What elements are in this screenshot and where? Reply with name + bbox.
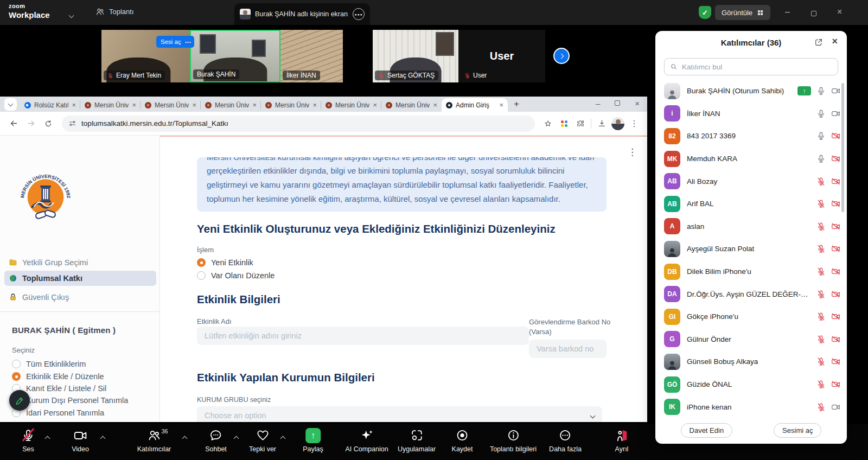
camera-off-icon[interactable]	[831, 357, 840, 366]
search-input[interactable]	[682, 63, 832, 71]
tab-close-icon[interactable]: ×	[132, 101, 136, 109]
unmute-button[interactable]: Sesi aç	[156, 36, 186, 48]
participant-row[interactable]: DB Dilek Bilim iPhone'u	[664, 260, 840, 283]
participant-row[interactable]: G Gülnur Önder	[664, 328, 840, 351]
view-button[interactable]: Görüntüle	[715, 5, 770, 20]
address-bar[interactable]: toplumsalkatki.mersin.edu.tr/Toplumsal_K…	[62, 116, 535, 132]
video-tile-ilker[interactable]: İlker İNAN	[280, 30, 343, 82]
mic-icon[interactable]	[816, 154, 826, 163]
camera-off-icon[interactable]	[831, 335, 840, 344]
video-tile-user[interactable]: User User	[458, 30, 545, 82]
browser-profile-avatar[interactable]	[610, 116, 626, 131]
tab-close-icon[interactable]: ×	[192, 101, 196, 109]
browser-restore-button[interactable]	[615, 98, 620, 108]
browser-tab[interactable]: Mersin Üniv×	[381, 98, 442, 112]
reactions-menu-chevron[interactable]	[281, 433, 285, 443]
window-minimize-button[interactable]: –	[785, 8, 790, 16]
radio-kanit-ekle[interactable]: Kanıt Ekle / Listele / Sil	[12, 384, 106, 393]
mic-muted-icon[interactable]	[816, 380, 826, 389]
next-page-button[interactable]	[553, 48, 570, 64]
participant-row[interactable]: DA Dr.Öğr.Üys. Ayşin GÜZEL DEĞER-MEÜ…	[664, 283, 840, 305]
participant-row[interactable]: AB Arif BAL	[664, 193, 840, 215]
site-info-icon[interactable]	[68, 119, 76, 127]
participant-row[interactable]: GI Gökçe iPhone'u	[664, 305, 840, 328]
toolbar-item-ai-companion[interactable]: AI Companion	[345, 428, 388, 453]
tab-search-button[interactable]	[4, 98, 17, 111]
toolbar-item-uygulamalar[interactable]: Uygulamalar	[398, 428, 436, 453]
browser-tab[interactable]: Mersin Üniv×	[201, 98, 261, 112]
camera-off-icon[interactable]	[831, 177, 840, 186]
video-tile-burak[interactable]: Burak ŞAHİN	[190, 30, 280, 82]
video-menu-chevron[interactable]	[101, 433, 105, 443]
participant-row[interactable]: Burak ŞAHİN (Oturum Sahibi) ↑	[664, 80, 840, 103]
etkinlik-adi-input[interactable]	[197, 327, 529, 345]
reload-button[interactable]	[40, 116, 56, 132]
tab-screen-share[interactable]: Burak ŞAHİN adlı kişinin ekranı ●●●	[234, 3, 370, 25]
forward-button[interactable]	[23, 116, 39, 132]
content-kebab-icon[interactable]: ⋮	[628, 146, 637, 158]
mic-muted-icon[interactable]	[816, 199, 826, 208]
camera-icon[interactable]	[831, 403, 840, 412]
tab-close-icon[interactable]: ×	[373, 101, 377, 109]
toolbar-item-tepki-ver[interactable]: Tepki ver	[249, 428, 276, 453]
camera-off-icon[interactable]	[831, 380, 840, 389]
radio-tum-etkinliklerim[interactable]: Tüm Etkinliklerim	[12, 360, 86, 368]
mic-muted-icon[interactable]	[816, 312, 826, 321]
participant-row[interactable]: A aslan	[664, 215, 840, 238]
camera-off-icon[interactable]	[831, 244, 840, 253]
popout-icon[interactable]	[814, 38, 823, 47]
extension-colored-icon[interactable]	[557, 116, 572, 131]
sidebar-item-guvenli-cikis[interactable]: Güvenli Çıkış	[4, 290, 156, 305]
participant-row[interactable]: GÖ Güzide ÖNAL	[664, 373, 840, 396]
browser-tab[interactable]: Mersin Üniv×	[141, 98, 201, 112]
kurum-grubu-select[interactable]: Choose an option	[197, 406, 602, 422]
mic-icon[interactable]	[816, 109, 826, 118]
participant-row[interactable]: Ayşegül Suzan Polat	[664, 238, 840, 260]
browser-minimize-button[interactable]: –	[596, 99, 600, 108]
window-restore-button[interactable]	[811, 9, 816, 18]
mic-muted-icon[interactable]	[816, 335, 826, 344]
camera-off-icon[interactable]	[831, 154, 840, 163]
participant-row[interactable]: MK Memduh KARA	[664, 148, 840, 170]
camera-off-icon[interactable]	[831, 199, 840, 208]
chat-menu-chevron[interactable]	[234, 433, 238, 443]
toolbar-item-kaydet[interactable]: Kaydet	[452, 428, 473, 453]
invite-button[interactable]: Davet Edin	[681, 423, 733, 438]
workspace-chevron-down-icon[interactable]	[69, 10, 73, 20]
participant-row[interactable]: Günseli Bobuş Alkaya	[664, 350, 840, 373]
toolbar-item-ayril[interactable]: Ayrıl	[615, 428, 629, 453]
toolbar-item-video[interactable]: Video	[72, 428, 89, 453]
participants-menu-chevron[interactable]	[183, 433, 187, 443]
radio-yeni-etkinlik[interactable]: Yeni Etkinlik	[197, 258, 253, 267]
security-shield-icon[interactable]: ✓	[699, 6, 711, 19]
browser-tab[interactable]: Mersin Üniv×	[261, 98, 321, 112]
camera-icon[interactable]	[831, 109, 840, 118]
tab-close-icon[interactable]: ×	[499, 101, 503, 109]
camera-off-icon[interactable]	[831, 222, 840, 231]
mic-muted-icon[interactable]	[816, 357, 826, 366]
toolbar-item-sohbet[interactable]: Sohbet	[205, 428, 227, 453]
tile-more-button[interactable]: •••	[182, 36, 194, 48]
radio-var-olani-duzenle[interactable]: Var Olanı Düzenle	[197, 271, 275, 280]
ses-menu-chevron[interactable]	[46, 433, 49, 443]
sidebar-item-toplumsal-katki[interactable]: Toplumsal Katkı	[4, 271, 156, 286]
toolbar-item-toplanti-bilgileri[interactable]: Toplantı bilgileri	[490, 428, 537, 453]
participant-row[interactable]: 82 843 2017 3369	[664, 125, 840, 148]
window-close-button[interactable]: ×	[837, 8, 842, 16]
mic-muted-icon[interactable]	[816, 177, 826, 186]
participant-row[interactable]: i İlker İNAN	[664, 103, 840, 125]
tab-close-icon[interactable]: ×	[72, 101, 76, 109]
browser-tab[interactable]: Rolsüz Katılı×	[20, 98, 80, 112]
barkod-input[interactable]	[529, 340, 607, 358]
participant-search[interactable]	[664, 58, 838, 75]
tab-close-icon[interactable]: ×	[433, 101, 437, 109]
back-button[interactable]	[5, 116, 22, 132]
browser-tab[interactable]: Mersin Üniv×	[321, 98, 381, 112]
browser-tab[interactable]: Mersin Üniv×	[80, 98, 141, 112]
camera-off-icon[interactable]	[831, 312, 840, 321]
browser-close-button[interactable]: ×	[635, 99, 640, 108]
extensions-puzzle-icon[interactable]	[573, 116, 588, 131]
radio-idari-personel[interactable]: İdari Personel Tanımla	[12, 408, 104, 417]
unmute-self-button[interactable]: Sesimi aç	[774, 423, 821, 438]
mic-muted-icon[interactable]	[816, 290, 826, 299]
